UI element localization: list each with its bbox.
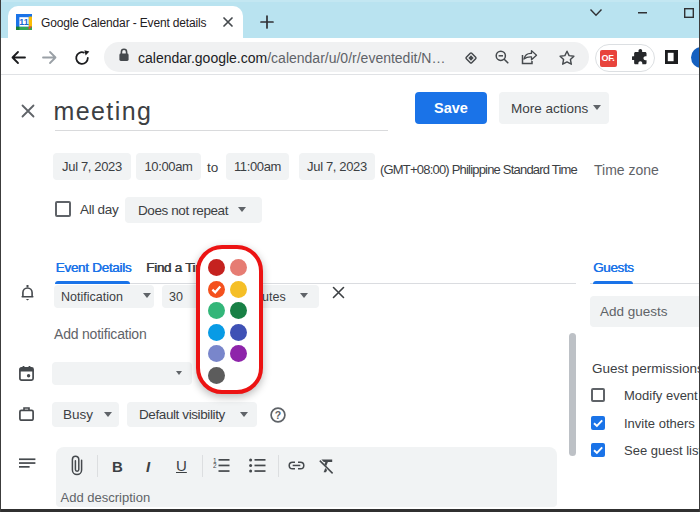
svg-text:2: 2: [213, 462, 217, 469]
svg-text:?: ?: [275, 409, 281, 421]
svg-text:11: 11: [19, 17, 28, 27]
